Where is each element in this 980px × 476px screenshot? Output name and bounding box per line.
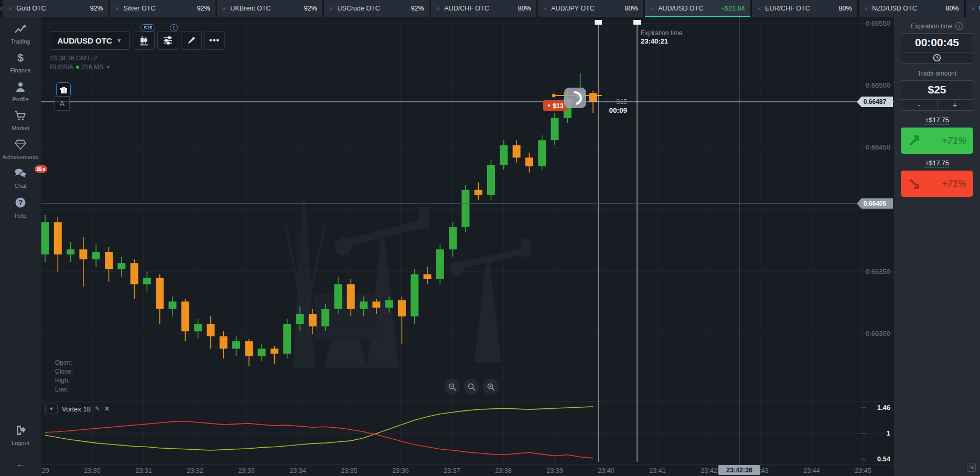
chart-line-icon — [14, 23, 27, 37]
cart-icon — [14, 110, 27, 123]
svg-text:0.66350: 0.66350 — [866, 268, 890, 276]
chevron-down-icon: ▼ — [116, 37, 122, 44]
chart-clock: 23:39:36 GMT+2 — [50, 55, 97, 62]
arrow-up-right-icon — [908, 135, 921, 146]
sidebar-item-trading[interactable]: Trading — [11, 23, 30, 45]
asset-tab-usd-chf-otc[interactable]: × USD/CHF OTC 80% — [966, 0, 980, 17]
close-tab-icon[interactable]: × — [329, 5, 333, 12]
put-down-button[interactable]: +71% — [901, 171, 973, 197]
timeframe-button[interactable] — [134, 31, 155, 50]
svg-text:0.66500: 0.66500 — [866, 81, 890, 89]
sidebar-item-finance[interactable]: $ Finance — [10, 52, 30, 73]
expiration-clock-button[interactable] — [901, 52, 973, 63]
magnifier-icon — [467, 383, 476, 392]
close-tab-icon[interactable]: × — [864, 5, 868, 12]
sidebar-item-logout[interactable]: Logout — [12, 425, 29, 446]
main-sidebar: Trading$ Finance Profile Market Achievem… — [0, 17, 41, 476]
close-tab-icon[interactable]: × — [115, 5, 120, 12]
asset-tab-aud-usd-otc[interactable]: × AUD/USD OTC +$21.84 — [645, 0, 750, 17]
asset-tab-ukbrent-otc[interactable]: × UKBrent OTC 92% — [217, 0, 322, 17]
close-tab-icon[interactable]: × — [222, 5, 227, 12]
svg-text:23:34: 23:34 — [289, 467, 306, 474]
close-tab-icon[interactable]: × — [436, 5, 440, 12]
decrease-amount-button[interactable]: - — [901, 101, 938, 109]
candles-icon — [139, 35, 149, 46]
asset-tab-uscrude-otc[interactable]: × USCrude OTC 92% — [324, 0, 429, 17]
sidebar-item-chat[interactable]: 8 Chat — [14, 167, 27, 189]
expiration-time-value: 23:40:21 — [641, 37, 668, 45]
svg-text:23:39: 23:39 — [546, 467, 563, 474]
edit-pencil-icon[interactable]: ✎ — [95, 405, 100, 412]
call-up-button[interactable]: +71% — [901, 128, 973, 154]
crosshair-price-tag: 0.66405 — [857, 198, 893, 209]
ohlc-label: Close: — [55, 368, 73, 375]
svg-text:1: 1 — [887, 429, 890, 437]
symbol-label: AUD/USD OTC — [57, 36, 112, 45]
zoom-out-button[interactable] — [444, 379, 460, 395]
trade-amount-label: Trade amount — [901, 70, 973, 77]
ohlc-label: High: — [55, 377, 73, 384]
asset-tab-eur-chf-otc[interactable]: × EUR/CHF OTC 80% — [752, 0, 857, 17]
trade-amount-input[interactable]: $25 — [901, 81, 973, 99]
remove-indicator-icon[interactable]: ✕ — [104, 405, 110, 412]
indicators-button[interactable] — [157, 31, 178, 50]
trade-profit-badge: ▼ $13 — [543, 100, 567, 111]
close-tab-icon[interactable]: × — [543, 5, 547, 12]
increase-amount-button[interactable]: + — [938, 101, 973, 109]
crosshair-time-tag: 23:42:36 — [718, 465, 760, 475]
svg-text:23:30: 23:30 — [84, 467, 100, 474]
payout-down-value: +$17.75 — [925, 160, 949, 168]
asset-tab-silver-otc[interactable]: × Silver OTC 92% — [110, 0, 216, 17]
zoom-reset-button[interactable] — [464, 379, 479, 395]
candlestick-chart[interactable]: 0.665500.665000.664500.663500.6630023:29… — [0, 0, 980, 476]
asset-tab-gold-otc[interactable]: × Gold OTC 92% — [3, 0, 109, 17]
collapse-sidebar-button[interactable]: ← — [16, 459, 25, 470]
asset-tab-aud-jpy-otc[interactable]: × AUD/JPY OTC 80% — [538, 0, 643, 17]
question-icon: ? — [14, 196, 27, 211]
close-tab-icon[interactable]: × — [757, 5, 761, 12]
sliders-icon — [163, 35, 173, 46]
more-tools-button[interactable]: ••• — [204, 31, 225, 50]
svg-text:1.46: 1.46 — [877, 404, 890, 411]
payout-up-value: +$17.75 — [925, 117, 949, 125]
sidebar-item-market[interactable]: Market — [12, 110, 29, 131]
sidebar-item-help[interactable]: ? Help — [14, 196, 27, 219]
expiration-box: 00:00:45 — [901, 33, 973, 64]
close-tab-icon[interactable]: × — [650, 5, 654, 12]
gift-icon — [60, 86, 68, 94]
sidebar-item-achievements[interactable]: Achievements — [2, 139, 38, 160]
asset-tab-nzd-usd-otc[interactable]: × NZD/USD OTC 80% — [859, 0, 964, 17]
svg-text:0.66550: 0.66550 — [866, 19, 890, 27]
expiration-label: Expiration time ? — [901, 22, 973, 30]
svg-text:23:38: 23:38 — [495, 467, 511, 474]
svg-text:0.54: 0.54 — [877, 455, 891, 463]
drawing-tools-button[interactable] — [181, 31, 202, 50]
ohlc-label: Low: — [55, 386, 73, 393]
brush-icon — [187, 36, 196, 45]
gift-button[interactable] — [56, 82, 71, 97]
close-tab-icon[interactable]: × — [971, 5, 975, 12]
pending-interval-label: S15 — [593, 98, 627, 105]
arrow-down-right-icon — [908, 178, 921, 189]
current-price-tag: 0.66487 — [857, 97, 893, 107]
asset-tab-aud-chf-otc[interactable]: × AUD/CHF OTC 80% — [431, 0, 536, 17]
close-tab-icon[interactable]: × — [8, 5, 13, 12]
help-circle-icon[interactable]: ? — [955, 22, 963, 30]
collapse-panel-icon[interactable]: ⇲ — [967, 463, 976, 472]
ohlc-legend: Open:Close:High:Low: — [55, 359, 73, 393]
symbol-selector-button[interactable]: AUD/USD OTC ▼ — [50, 31, 130, 50]
price-alert-marker[interactable]: A — [55, 96, 70, 111]
svg-text:23:35: 23:35 — [341, 467, 357, 474]
chart-area[interactable]: 0.665500.665000.664500.663500.6630023:29… — [0, 0, 980, 476]
unread-messages-badge: 8 — [35, 165, 47, 173]
svg-text:23:31: 23:31 — [135, 467, 152, 474]
zoom-in-button[interactable] — [483, 379, 499, 395]
logout-icon — [14, 425, 27, 438]
person-icon — [14, 81, 27, 94]
collapse-indicator-button[interactable]: ▼ — [45, 404, 58, 414]
trade-panel: Expiration time ? 00:00:45 Trade amount … — [894, 17, 980, 476]
expiration-time-input[interactable]: 00:00:45 — [901, 34, 973, 52]
expiration-caption: Expiration time — [641, 29, 682, 37]
server-status[interactable]: RUSSIA 216 MS ▼ — [50, 64, 111, 71]
sidebar-item-profile[interactable]: Profile — [12, 81, 28, 102]
